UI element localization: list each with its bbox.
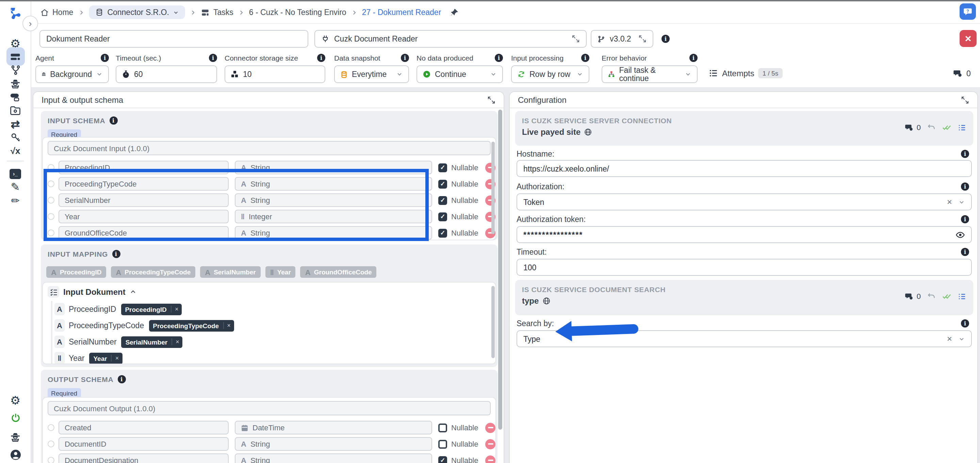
column-name-input[interactable]: DocumentDesignation [59,453,229,463]
info-icon[interactable] [118,375,126,383]
remove-chip-icon[interactable] [111,355,123,362]
info-icon[interactable] [209,53,217,62]
list-icon[interactable] [958,292,966,301]
version-select[interactable]: v3.0.2 [591,30,653,48]
info-icon[interactable] [581,53,589,62]
breadcrumb-workspace[interactable]: Connector S.R.O. [89,5,185,19]
column-name-input[interactable]: Created [59,421,229,434]
info-icon[interactable] [401,53,409,62]
tree-scrollbar[interactable] [492,286,495,358]
processing-select[interactable]: Row by row [511,65,589,83]
remove-column-button[interactable] [485,439,495,449]
error-select[interactable]: Fail task & continue [601,65,698,83]
info-icon[interactable] [101,53,109,62]
breadcrumb-current[interactable]: 27 - Dokument Reader [362,8,441,16]
task-comments[interactable]: 0 [953,69,971,78]
storage-input[interactable]: 10 [224,65,325,83]
info-icon[interactable] [961,319,969,327]
breadcrumb-tasks[interactable]: Tasks [201,8,234,17]
clear-icon[interactable] [947,197,952,207]
pin-icon[interactable] [450,8,459,17]
help-button[interactable]: ? [959,3,976,20]
camera-icon[interactable] [8,89,23,104]
schema-panel-scrollbar[interactable] [498,110,502,429]
user-avatar-icon[interactable] [8,447,23,462]
info-icon[interactable] [112,250,120,258]
attempts-control[interactable]: Attempts 1 / 5s [709,68,782,78]
no-data-select[interactable]: Continue [417,65,503,83]
app-logo[interactable] [8,5,23,21]
chat-bubbles-icon[interactable] [904,292,913,301]
power-icon[interactable] [8,410,23,426]
nullable-checkbox[interactable] [438,212,447,221]
info-icon[interactable] [961,182,969,191]
undo-icon[interactable] [927,292,936,301]
nullable-checkbox[interactable] [438,423,447,432]
formula-icon[interactable] [8,143,23,158]
hostname-input[interactable]: https://cuzk.xeelo.online/ [517,160,972,177]
nullable-checkbox[interactable] [438,439,447,449]
mapping-tag[interactable]: AGroundOfficeCode [301,266,377,278]
row-radio[interactable] [48,457,54,463]
validate-check-icon[interactable] [942,123,951,132]
bottom-settings-icon[interactable] [8,393,23,408]
breadcrumb-group[interactable]: 6 - Cuzk - No Testing Enviro [249,8,347,16]
info-icon[interactable] [662,35,670,43]
row-radio[interactable] [48,441,54,447]
connector-select[interactable]: Cuzk Document Reader [314,30,587,48]
nullable-checkbox[interactable] [438,163,447,172]
task-name-input[interactable]: Dokument Reader [40,30,308,48]
nullable-checkbox[interactable] [438,196,447,204]
expand-icon[interactable] [572,35,580,43]
mapping-tag[interactable]: ASerialNumber [200,266,260,278]
design-pen-icon[interactable] [8,180,23,195]
validate-check-icon[interactable] [942,291,951,301]
info-icon[interactable] [689,53,698,62]
remove-column-button[interactable] [485,423,495,433]
agent-select[interactable]: Background [35,65,109,83]
row-radio[interactable] [48,424,54,431]
branch-icon[interactable] [8,63,23,78]
snapshot-select[interactable]: Everytime [334,65,409,83]
terminal-icon[interactable] [8,166,23,181]
output-dataset-field[interactable]: Cuzk Document Output (1.0.0) [48,401,491,415]
impersonate-icon[interactable] [8,429,23,445]
clear-icon[interactable] [947,334,952,344]
info-icon[interactable] [109,117,118,125]
eye-icon[interactable] [956,230,965,239]
config-timeout-input[interactable]: 100 [517,259,972,276]
input-schema-scrollbar[interactable] [492,142,495,234]
chat-bubbles-icon[interactable] [904,123,913,132]
info-icon[interactable] [961,215,969,224]
list-icon[interactable] [958,123,966,132]
remove-chip-icon[interactable] [171,306,182,313]
remove-chip-icon[interactable] [223,322,234,329]
nullable-checkbox[interactable] [438,228,447,237]
mapping-tag[interactable]: ‖Year [266,266,296,278]
edit-pencil-icon[interactable] [8,193,23,208]
breadcrumb-home[interactable]: Home [40,8,73,17]
info-icon[interactable] [317,53,325,62]
mapping-tag[interactable]: AProceedingTypeCode [111,266,195,278]
nullable-checkbox[interactable] [438,456,447,463]
info-icon[interactable] [495,53,503,62]
remove-chip-icon[interactable] [172,338,183,345]
project-folder-icon[interactable] [8,103,23,118]
mapping-tag[interactable]: AProceedingID [46,266,106,278]
timeout-input[interactable]: 60 [116,65,217,83]
collapse-caret-icon[interactable] [130,288,137,295]
tree-header[interactable]: Input Dokument [43,283,495,301]
remove-column-button[interactable] [485,455,495,463]
expand-icon[interactable] [487,96,495,104]
expand-icon[interactable] [961,96,969,104]
close-task-button[interactable] [959,30,977,47]
auth-token-input[interactable]: **************** [517,226,972,243]
undo-icon[interactable] [927,123,936,132]
authorization-select[interactable]: Token [517,193,972,211]
expand-icon[interactable] [638,35,646,43]
column-type-input[interactable]: AString [235,453,432,463]
info-icon[interactable] [961,150,969,158]
column-type-input[interactable]: AString [235,437,432,451]
sidebar-expand-button[interactable] [22,16,38,31]
nullable-checkbox[interactable] [438,179,447,188]
